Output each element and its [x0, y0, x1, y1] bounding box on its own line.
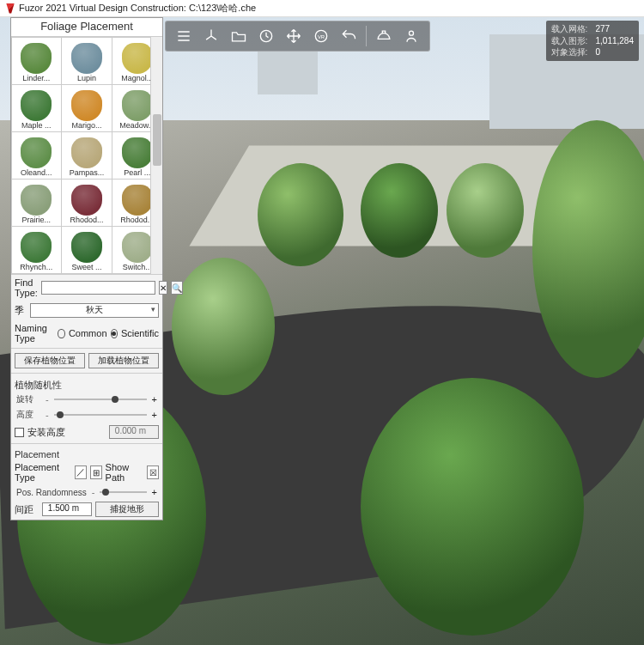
move-icon[interactable]	[281, 23, 307, 49]
slider-plus: +	[152, 394, 157, 405]
spacing-input[interactable]: 1.500 m	[42, 502, 92, 516]
height-slider[interactable]	[54, 410, 147, 420]
foliage-thumb[interactable]: Rhynch...	[11, 226, 62, 274]
randomness-title: 植物随机性	[11, 375, 162, 392]
foliage-thumb-image	[71, 90, 102, 121]
foliage-thumb-label: Sweet ...	[64, 263, 110, 271]
hardhat-icon[interactable]	[371, 23, 397, 49]
stats-key: 载入图形:	[551, 35, 592, 47]
stats-value: 1,011,284	[596, 35, 635, 47]
scene-tree	[361, 378, 584, 636]
season-select[interactable]: 秋天	[30, 303, 159, 318]
stats-overlay: 载入网格:277载入图形:1,011,284对象选择:0	[546, 21, 640, 61]
vr-icon[interactable]: VR	[308, 23, 334, 49]
foliage-thumb-label: Lupin	[64, 74, 110, 82]
show-path-toggle[interactable]: ☒	[147, 465, 159, 479]
window-titlebar: Fuzor 2021 Virtual Design Construction: …	[0, 0, 644, 17]
naming-scientific-radio[interactable]	[111, 329, 118, 338]
naming-common-label: Common	[69, 328, 107, 338]
slider-plus: +	[152, 410, 157, 420]
foliage-thumb-label: Maple ...	[14, 121, 60, 130]
clear-icon[interactable]: ✕	[159, 281, 167, 295]
foliage-thumb[interactable]: Marigo...	[61, 84, 112, 132]
foliage-thumb[interactable]: Lupin	[61, 37, 112, 85]
foliage-thumb[interactable]: Pampas...	[61, 131, 112, 180]
pos-randomness-label: Pos. Randomness	[16, 488, 87, 497]
foliage-thumb[interactable]: Oleand...	[11, 131, 62, 180]
foliage-thumb-image	[71, 232, 102, 263]
clock-icon[interactable]	[253, 23, 279, 49]
scene-tree	[258, 163, 343, 266]
foliage-thumb-label: Oleand...	[14, 168, 60, 177]
person-icon[interactable]	[398, 23, 424, 49]
viewport-toolbar: VR	[165, 21, 430, 52]
placement-title: Placement	[11, 446, 162, 459]
svg-point-3	[410, 31, 414, 35]
panel-title: Foliage Placement	[11, 18, 162, 36]
placement-type-line-icon[interactable]: ／	[75, 465, 87, 479]
pos-randomness-slider[interactable]	[100, 487, 146, 497]
search-icon[interactable]: 🔍	[171, 281, 183, 295]
rotation-slider[interactable]	[54, 394, 147, 405]
scrollbar[interactable]	[150, 37, 162, 274]
install-height-input[interactable]: 0.000 m	[109, 425, 159, 439]
foliage-thumb-image	[21, 232, 52, 263]
foliage-thumb-scroll[interactable]: Linder...LupinMagnol...Maple ...Marigo..…	[11, 36, 162, 275]
stats-value: 0	[596, 46, 601, 58]
foliage-panel: Foliage Placement Linder...LupinMagnol..…	[10, 17, 163, 520]
slider-minus: -	[46, 410, 49, 420]
height-label: 高度	[16, 409, 40, 421]
svg-text:VR: VR	[318, 34, 325, 40]
stats-value: 277	[596, 23, 611, 35]
install-height-label: 安装高度	[27, 426, 65, 439]
foliage-thumb-image	[122, 90, 153, 121]
app-logo-icon	[5, 3, 15, 14]
naming-common-radio[interactable]	[58, 329, 64, 338]
foliage-thumb-image	[122, 232, 153, 263]
install-height-checkbox[interactable]	[15, 428, 24, 437]
separator	[11, 348, 162, 349]
placement-type-area-icon[interactable]: ⊞	[90, 465, 102, 479]
foliage-thumb-label: Prairie...	[14, 216, 60, 224]
find-type-input[interactable]	[41, 281, 155, 295]
stats-row: 对象选择:0	[551, 46, 635, 58]
stats-row: 载入图形:1,011,284	[551, 35, 635, 47]
axes-icon[interactable]	[198, 23, 224, 49]
stats-key: 载入网格:	[551, 23, 592, 35]
foliage-thumb-image	[71, 185, 102, 216]
season-label: 季	[15, 304, 27, 317]
scene-tree	[172, 258, 275, 395]
spacing-value: 1.500 m	[48, 503, 79, 513]
scene-tree	[447, 163, 524, 258]
foliage-thumb-image	[21, 43, 52, 74]
capture-terrain-button[interactable]: 捕捉地形	[95, 502, 159, 517]
load-positions-button[interactable]: 加载植物位置	[88, 353, 159, 368]
scrollbar-thumb[interactable]	[153, 114, 161, 166]
foliage-thumb-label: Marigo...	[64, 121, 110, 130]
naming-scientific-label: Scientific	[121, 328, 159, 338]
foliage-thumb-image	[71, 43, 102, 74]
separator	[11, 443, 162, 444]
foliage-thumb[interactable]: Linder...	[11, 37, 62, 85]
foliage-thumb-label: Rhynch...	[14, 263, 60, 271]
foliage-thumb-label: Pampas...	[64, 168, 110, 177]
open-folder-icon[interactable]	[226, 23, 252, 49]
toolbar-divider	[366, 26, 367, 46]
install-height-value: 0.000 m	[115, 426, 146, 435]
foliage-thumb-image	[21, 137, 52, 168]
show-path-label: Show Path	[106, 462, 144, 483]
menu-icon[interactable]	[171, 23, 197, 49]
stats-key: 对象选择:	[551, 46, 592, 58]
foliage-thumb[interactable]: Rhodod...	[61, 179, 112, 227]
spacing-label: 间距	[15, 503, 39, 516]
find-type-label: Find Type:	[15, 277, 38, 298]
naming-type-label: Naming Type	[15, 323, 54, 344]
foliage-thumb[interactable]: Prairie...	[11, 179, 62, 227]
foliage-thumb-label: Linder...	[14, 74, 60, 82]
3d-viewport[interactable]: Foliage Placement Linder...LupinMagnol..…	[0, 17, 644, 645]
undo-icon[interactable]	[336, 23, 361, 49]
save-positions-button[interactable]: 保存植物位置	[15, 353, 85, 368]
separator	[11, 373, 162, 374]
foliage-thumb[interactable]: Sweet ...	[61, 226, 112, 274]
foliage-thumb[interactable]: Maple ...	[11, 84, 62, 132]
